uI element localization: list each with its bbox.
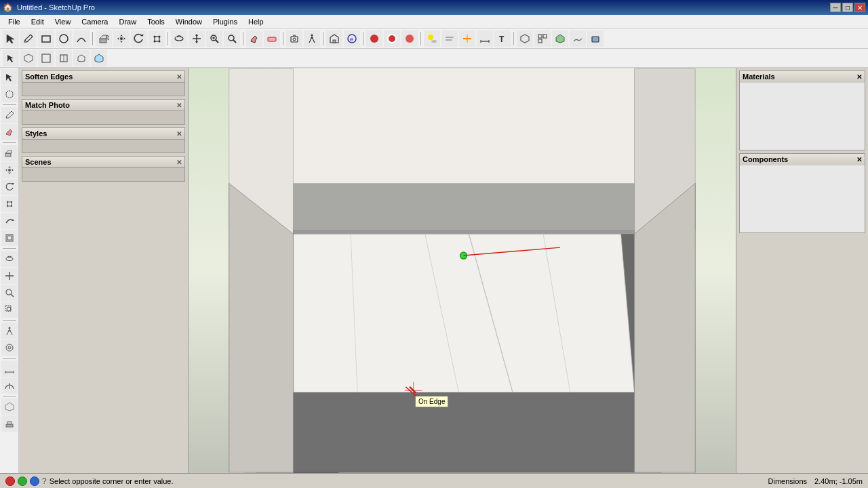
3d-warehouse-btn[interactable] [326,30,342,47]
menu-view[interactable]: View [50,16,77,27]
zoom-tool[interactable] [206,30,222,47]
viewport[interactable]: On Edge [189,68,736,473]
menu-camera[interactable]: Camera [76,16,113,27]
menu-draw[interactable]: Draw [113,16,142,27]
minimize-button[interactable]: ─ [830,3,841,12]
paint-bucket-tool[interactable] [246,30,262,47]
soften-edges-header[interactable]: Soften Edges ✕ [22,70,185,83]
left-protractor-tool[interactable] [1,378,18,394]
materials-panel: Materials ✕ [739,70,865,150]
left-select-tool[interactable] [1,69,18,85]
materials-header[interactable]: Materials ✕ [740,71,865,82]
left-measure-tool[interactable] [1,361,18,377]
svg-marker-48 [24,54,33,62]
pencil-tool[interactable] [20,30,37,47]
components-header[interactable]: Components ✕ [740,154,865,165]
title-bar-controls[interactable]: ─ □ ✕ [830,3,865,12]
pan-tool[interactable] [189,30,205,47]
maximize-button[interactable]: □ [842,3,853,12]
move-tool[interactable] [113,30,130,47]
sandbox-tool[interactable] [570,30,586,47]
rectangle-tool[interactable] [38,30,54,47]
menu-help[interactable]: Help [243,16,269,27]
left-pencil-tool[interactable] [1,107,18,123]
styles-close[interactable]: ✕ [176,130,182,138]
materials-title: Materials [743,73,775,81]
solid-tools-btn[interactable] [552,30,568,47]
left-offset-tool[interactable] [1,230,18,246]
component-browser-btn[interactable] [91,50,107,66]
left-move-tool[interactable] [1,162,18,178]
left-zoom-window-tool[interactable] [1,302,18,318]
fog-tool[interactable] [441,30,458,47]
left-zoom-tool[interactable] [1,285,18,301]
soften-edges-close[interactable]: ✕ [176,73,182,81]
scenes-close[interactable]: ✕ [176,159,182,166]
red-circle-3[interactable] [401,30,418,47]
scenes-content [22,168,185,182]
menu-edit[interactable]: Edit [26,16,50,27]
left-pan-tool[interactable] [1,268,18,284]
components-close[interactable]: ✕ [856,156,862,163]
left-lasso-tool[interactable] [1,86,18,102]
help-icon: ? [42,476,47,486]
svg-point-66 [6,258,13,261]
top-view-btn[interactable] [38,50,54,66]
text-tool[interactable]: T [494,30,511,47]
left-paint-tool[interactable] [1,124,18,140]
left-rotate-tool[interactable] [1,179,18,195]
extension-warehouse-btn[interactable]: e [344,30,360,47]
section-plane-tool[interactable] [459,30,475,47]
red-circle-1[interactable] [366,30,382,47]
arc-tool[interactable] [73,30,90,47]
left-scale-tool[interactable] [1,196,18,212]
side-view-btn[interactable] [73,50,90,66]
push-pull-tool[interactable] [96,30,112,47]
front-view-btn[interactable] [56,50,72,66]
styles-header[interactable]: Styles ✕ [22,127,185,140]
component-tool[interactable] [517,30,533,47]
close-button[interactable]: ✕ [854,3,865,12]
svg-text:T: T [499,35,505,44]
title-bar: 🏠 Untitled - SketchUp Pro ─ □ ✕ [0,0,868,15]
red-circle-2[interactable] [384,30,400,47]
svg-point-24 [311,34,313,36]
scale-tool[interactable] [149,30,165,47]
walk-tool[interactable] [304,30,320,47]
select-tool[interactable] [3,30,19,47]
left-lookaround-tool[interactable] [1,340,18,356]
match-photo-header[interactable]: Match Photo ✕ [22,99,185,111]
left-walkaround-tool[interactable] [1,323,18,339]
zoom-extents-tool[interactable] [224,30,240,47]
group-tool[interactable] [534,30,551,47]
left-addon-tools-2[interactable] [1,415,18,432]
svg-point-56 [8,169,11,171]
circle-tool[interactable] [56,30,72,47]
dimensions-tool[interactable] [477,30,493,47]
toolbar-sep-3 [243,32,243,45]
rotate-tool[interactable] [131,30,147,47]
menu-tools[interactable]: Tools [142,16,170,27]
left-orbit-tool[interactable] [1,251,18,267]
menu-file[interactable]: File [3,16,26,27]
status-left: ? Select opposite corner or enter value. [5,476,174,486]
svg-marker-4 [106,35,109,40]
menu-plugins[interactable]: Plugins [208,16,243,27]
svg-point-12 [175,37,183,41]
iso-view-btn[interactable] [20,50,37,66]
orbit-tool[interactable] [171,30,187,47]
left-followme-tool[interactable] [1,213,18,229]
svg-point-30 [388,35,396,43]
select-arrow-tool[interactable] [3,50,19,66]
left-push-pull-tool[interactable] [1,145,18,161]
eraser-tool[interactable] [264,30,280,47]
scenes-header[interactable]: Scenes ✕ [22,156,185,168]
advanced-camera-tool[interactable] [587,30,604,47]
materials-close[interactable]: ✕ [856,73,862,81]
camera-position-tool[interactable] [286,30,302,47]
toolbar-sep-4 [283,32,283,45]
menu-window[interactable]: Window [170,16,208,27]
match-photo-close[interactable]: ✕ [176,102,182,109]
left-addon-tools-1[interactable] [1,399,18,415]
shadow-tool[interactable] [424,30,440,47]
